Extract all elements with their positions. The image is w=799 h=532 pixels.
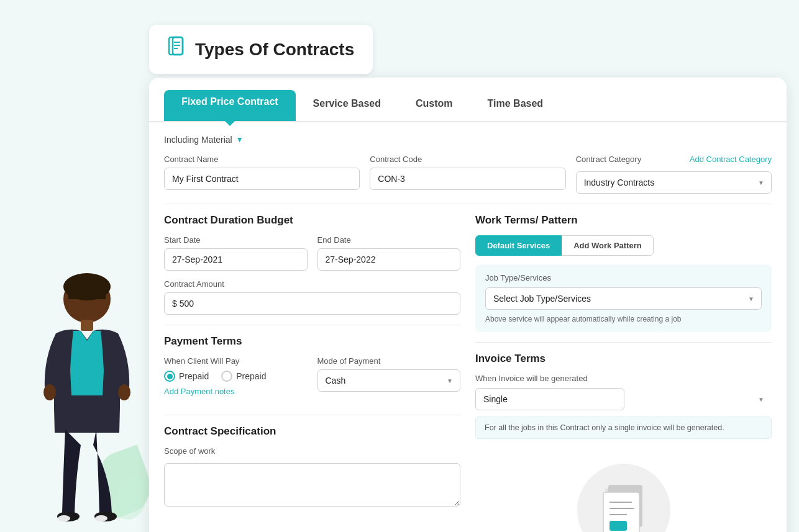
including-material-toggle[interactable]: Including Material ▼: [164, 135, 772, 145]
divider-2: [164, 325, 460, 325]
page-title: Types Of Contracts: [195, 40, 354, 60]
add-payment-notes-link[interactable]: Add Payment notes: [164, 387, 308, 396]
job-type-label: Job Type/Services: [485, 273, 762, 282]
end-date-label: End Date: [317, 235, 461, 245]
contract-category-select-wrapper: Industry Contracts Standard Contracts Cu…: [576, 171, 772, 194]
scope-of-work-textarea[interactable]: [164, 463, 460, 507]
job-type-box: Job Type/Services Select Job Type/Servic…: [475, 264, 772, 332]
svg-rect-20: [610, 521, 627, 531]
radio-group: Prepaid Prepaid: [164, 371, 308, 382]
contract-category-label: Contract Category: [576, 155, 642, 164]
when-invoice-label: When Invoice will be generated: [475, 374, 772, 383]
invoice-terms-select[interactable]: Single Multiple Per Job: [475, 388, 624, 410]
tab-service-based[interactable]: Service Based: [296, 92, 398, 119]
radio-circle-unchecked: [221, 371, 232, 382]
invoice-note-box: For all the jobs in this Contract only a…: [475, 417, 772, 439]
job-type-select[interactable]: Select Job Type/Services: [485, 287, 762, 310]
form-content: Including Material ▼ Contract Name Contr…: [149, 122, 787, 532]
contract-name-group: Contract Name: [164, 155, 360, 194]
end-date-group: End Date: [317, 235, 461, 271]
wt-tab-add-pattern[interactable]: Add Work Pattern: [562, 235, 654, 256]
contract-category-group: Contract Category Add Contract Category …: [576, 155, 772, 194]
start-date-group: Start Date: [164, 235, 308, 271]
payment-mode-row: When Client Will Pay Prepaid Prepaid: [164, 356, 460, 405]
invoice-terms-section: Invoice Terms When Invoice will be gener…: [475, 353, 772, 439]
svg-point-4: [118, 384, 130, 400]
radio-prepaid-2[interactable]: Prepaid: [221, 371, 266, 382]
tab-fixed-price[interactable]: Fixed Price Contract: [164, 90, 296, 121]
svg-rect-2: [81, 320, 93, 331]
job-type-note: Above service will appear automatically …: [485, 315, 762, 323]
invoice-terms-select-wrapper: Single Multiple Per Job: [475, 388, 772, 410]
including-material-label: Including Material: [164, 135, 232, 145]
duration-budget-title: Contract Duration Budget: [164, 214, 460, 227]
main-form-card: Fixed Price Contract Service Based Custo…: [149, 78, 787, 532]
tab-time-based[interactable]: Time Based: [470, 92, 561, 119]
wt-tab-default[interactable]: Default Services: [475, 235, 562, 256]
svg-point-7: [58, 515, 70, 521]
add-contract-category-link[interactable]: Add Contract Category: [690, 155, 772, 164]
date-grid: Start Date End Date: [164, 235, 460, 271]
scope-of-work-group: Scope of work: [164, 446, 460, 507]
work-terms-tabs: Default Services Add Work Pattern: [475, 235, 772, 256]
contract-amount-label: Contract Amount: [164, 279, 460, 289]
contract-code-input[interactable]: [370, 168, 565, 190]
contract-category-select[interactable]: Industry Contracts Standard Contracts Cu…: [576, 171, 772, 194]
title-card: Types Of Contracts: [149, 25, 373, 74]
svg-point-3: [43, 384, 56, 400]
doc-illustration-circle: [577, 464, 670, 532]
contract-specification-section: Contract Specification Scope of work: [164, 425, 460, 507]
tab-custom[interactable]: Custom: [398, 92, 470, 119]
divider-1: [164, 204, 772, 204]
start-date-input[interactable]: [164, 248, 308, 271]
invoice-terms-title: Invoice Terms: [475, 353, 772, 365]
contract-category-header: Contract Category Add Contract Category: [576, 155, 772, 164]
right-column: Work Terms/ Pattern Default Services Add…: [475, 214, 772, 532]
when-client-pay-label: When Client Will Pay: [164, 356, 308, 366]
payment-terms-title: Payment Terms: [164, 335, 460, 348]
when-client-pay-group: When Client Will Pay Prepaid Prepaid: [164, 356, 308, 405]
mode-of-payment-select-wrapper: Cash Card Bank Transfer Online: [317, 369, 461, 392]
contract-amount-input[interactable]: [164, 292, 460, 315]
divider-3: [164, 415, 460, 415]
radio-label-2: Prepaid: [236, 371, 266, 381]
contract-spec-title: Contract Specification: [164, 425, 460, 438]
job-type-select-wrapper: Select Job Type/Services: [485, 287, 762, 310]
contract-code-group: Contract Code: [370, 155, 565, 194]
document-icon: [168, 36, 188, 63]
contract-code-label: Contract Code: [370, 155, 565, 164]
radio-prepaid-1[interactable]: Prepaid: [164, 371, 209, 382]
dropdown-arrow-icon: ▼: [236, 135, 244, 144]
mode-of-payment-select[interactable]: Cash Card Bank Transfer Online: [317, 369, 461, 392]
scope-of-work-label: Scope of work: [164, 446, 460, 456]
document-stack-icon: [590, 476, 658, 532]
divider-4: [475, 342, 772, 343]
main-two-col: Contract Duration Budget Start Date End …: [164, 214, 772, 532]
contract-name-label: Contract Name: [164, 155, 360, 164]
tabs-row: Fixed Price Contract Service Based Custo…: [149, 78, 787, 122]
payment-terms-section: Payment Terms When Client Will Pay Prepa…: [164, 335, 460, 405]
mode-of-payment-group: Mode of Payment Cash Card Bank Transfer …: [317, 356, 461, 392]
radio-circle-checked: [164, 371, 175, 382]
left-column: Contract Duration Budget Start Date End …: [164, 214, 460, 532]
svg-point-8: [95, 515, 107, 521]
start-date-label: Start Date: [164, 235, 308, 245]
contract-name-input[interactable]: [164, 168, 360, 190]
radio-label-1: Prepaid: [179, 371, 209, 381]
work-terms-title: Work Terms/ Pattern: [475, 214, 772, 227]
mode-of-payment-label: Mode of Payment: [317, 356, 461, 366]
contract-amount-group: Contract Amount: [164, 279, 460, 315]
person-illustration: [19, 209, 143, 532]
form-top-grid: Contract Name Contract Code Contract Cat…: [164, 155, 772, 194]
end-date-input[interactable]: [317, 248, 461, 271]
